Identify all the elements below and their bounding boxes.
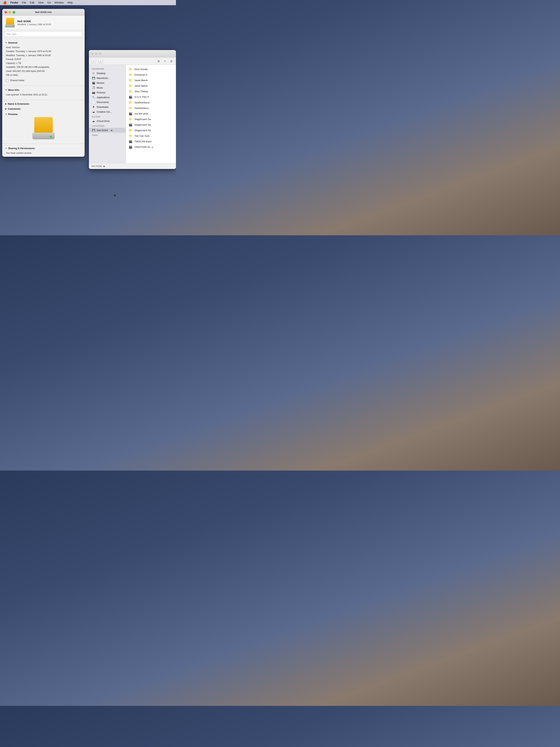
sidebar-item-pictures[interactable]: 📷 Pictures — [89, 90, 126, 95]
folder-icon: 📁 — [129, 73, 133, 77]
help-menu[interactable]: Help — [68, 1, 73, 4]
file-item-twocan-sum[interactable]: 📁 Two Can Sum... — [126, 133, 176, 138]
file-item-janet2[interactable]: 📁 Janet Marsh — [126, 83, 176, 88]
shared-folder-checkbox[interactable] — [6, 79, 8, 82]
sidebar-downloads-label: Downloads — [97, 106, 108, 108]
general-section: ▼ General: Kind: Volume Created: Thursda… — [2, 40, 85, 84]
file-item-sos-film[interactable]: 🎬 S.O.S. Film P. — [126, 94, 176, 100]
preview-label: Preview: — [8, 113, 18, 115]
info-titlebar: Neil SOS6 Info — [2, 9, 85, 16]
back-button[interactable]: ‹ — [91, 59, 96, 63]
eject-icon[interactable]: ⏏ — [111, 129, 113, 132]
used-row2: GB on disk) — [6, 73, 82, 77]
sidebar-item-creative[interactable]: ☁ Creative Clo... — [89, 109, 126, 114]
folder-orange-icon: 📁 — [129, 106, 133, 110]
file-item-viddyoze[interactable]: 🎬 VIDDYOZE-Di...y — [126, 144, 176, 150]
comments-label: Comments: — [8, 107, 21, 110]
sharing-text: You have custom access — [6, 151, 82, 155]
preview-header[interactable]: ▼ Preview: — [5, 113, 82, 115]
downloads-icon: ⬇ — [92, 105, 95, 108]
hdd-icon: 💾 — [92, 76, 95, 80]
column-view-button[interactable]: ⊟ — [169, 59, 174, 63]
general-section-header[interactable]: ▼ General: — [5, 41, 82, 44]
movie-icon: 🎬 — [129, 95, 133, 99]
more-info-section: ▼ More Info: Last opened: 4 December 202… — [2, 87, 85, 98]
preview-drive-icon — [32, 117, 55, 139]
finder-maximize[interactable] — [99, 52, 101, 55]
kind-row: Kind: Volume — [6, 46, 82, 49]
name-extension-header[interactable]: ▶ Name & Extension: — [2, 101, 85, 106]
finder-menu[interactable]: Finder — [10, 1, 18, 4]
movie-icon: 🎬 — [129, 123, 133, 127]
file-item-stagecoach3[interactable]: 📁 Stagecoach Sa — [126, 127, 176, 133]
sidebar-documents-label: Documents — [97, 101, 109, 104]
collapse-icon: ▶ — [5, 108, 7, 110]
file-label: S.O.S. Film P. — [134, 96, 150, 98]
sidebar-music-label: Music — [97, 86, 103, 89]
finder-minimize[interactable] — [95, 52, 98, 55]
folder-icon: 📁 — [129, 67, 133, 71]
sidebar-item-applications[interactable]: 🔧 Applications — [89, 95, 126, 100]
modified-row: Modified: Tuesday, 1 January 1980 at 00:… — [6, 54, 82, 57]
sidebar-item-movies[interactable]: 🎬 Movies — [89, 80, 126, 85]
icon-view-button[interactable]: ⊞ — [156, 59, 161, 63]
triangle-icon: ▼ — [5, 89, 7, 91]
sidebar-item-documents[interactable]: 📄 Documents — [89, 100, 126, 104]
finder-content: Favorites 🖥 Desktop 💾 Macintosh... 🎬 Mov… — [89, 65, 176, 163]
minimize-button[interactable] — [8, 11, 11, 14]
finder-toolbar: ‹ › ⊞ ≡ ⊟ — [89, 57, 176, 65]
file-menu[interactable]: File — [22, 1, 26, 4]
finder-close[interactable] — [91, 52, 94, 55]
sidebar-item-downloads[interactable]: ⬇ Downloads — [89, 104, 126, 109]
list-view-button[interactable]: ≡ — [163, 59, 167, 63]
sharing-section: ▼ Sharing & Permissions: You have custom… — [2, 146, 85, 157]
sidebar-item-neil-sos6[interactable]: 💾 Neil SOS6 ⏏ — [89, 128, 126, 133]
sidebar-item-music[interactable]: 🎵 Music — [89, 85, 126, 90]
sidebar-creative-label: Creative Clo... — [97, 110, 112, 113]
capacity-row: Capacity: 1 TB — [6, 61, 82, 65]
info-header: Neil SOS6 Modified: 1 January 1980 at 00… — [2, 16, 85, 30]
sharing-header[interactable]: ▼ Sharing & Permissions: — [5, 147, 82, 150]
sidebar-item-icloud-drive[interactable]: ☁ iCloud Drive — [89, 119, 126, 123]
menubar: 🍎 Finder File Edit View Go Window Help — [0, 0, 176, 5]
pictures-icon: 📷 — [92, 91, 95, 94]
folder-icon: 📁 — [129, 134, 133, 138]
comments-header[interactable]: ▶ Comments: — [2, 106, 85, 111]
sidebar-item-desktop[interactable]: 🖥 Desktop — [89, 71, 126, 76]
collapse-icon: ▶ — [5, 103, 7, 105]
tags-input[interactable]: Add Tags... — [4, 31, 82, 37]
file-item-twocan-branc[interactable]: 🎬 TWOCAN branc — [126, 138, 176, 144]
traffic-lights — [4, 11, 15, 14]
sidebar-neil-sos6-label: Neil SOS6 — [97, 129, 108, 132]
close-button[interactable] — [4, 11, 7, 14]
window-menu[interactable]: Window — [54, 1, 64, 4]
file-item-stagecoach1[interactable]: 📁 Stagecoach Sa — [126, 117, 176, 122]
forward-button[interactable]: › — [98, 59, 103, 63]
shared-folder-row: Shared folder — [6, 79, 82, 82]
file-item-sos-phot[interactable]: 🎬 sos film phot... — [126, 111, 176, 117]
maximize-button[interactable] — [12, 11, 15, 14]
info-header-text: Neil SOS6 Modified: 1 January 1980 at 00… — [18, 20, 51, 26]
drive-small-icon: 💾 — [92, 129, 95, 132]
file-item-sandisk2[interactable]: 📁 SanDiskSecu. — [126, 105, 176, 111]
edit-menu[interactable]: Edit — [30, 1, 34, 4]
desktop-icon: 🖥 — [92, 72, 95, 75]
file-item-janet1[interactable]: 📁 Janet Marsh — [126, 77, 176, 83]
file-item-elvis[interactable]: 📁 Elvis Sundia — [126, 66, 176, 72]
movies-icon: 🎬 — [92, 81, 95, 84]
apple-menu[interactable]: 🍎 — [3, 1, 7, 4]
eject-icon[interactable]: ⏏ — [103, 165, 105, 168]
sidebar-item-macintosh[interactable]: 💾 Macintosh... — [89, 76, 126, 80]
file-item-stagecoach2[interactable]: 🎬 Stagecoach Sa — [126, 122, 176, 127]
go-menu[interactable]: Go — [47, 1, 51, 4]
file-label: sos film phot... — [134, 112, 150, 115]
more-info-header[interactable]: ▼ More Info: — [5, 88, 82, 91]
view-menu[interactable]: View — [38, 1, 44, 4]
file-item-john[interactable]: 📁 John Thelwa — [126, 88, 176, 94]
file-item-everyman[interactable]: 📁 Everyman A — [126, 72, 176, 77]
applications-icon: 🔧 — [92, 96, 95, 99]
file-item-sandisk1[interactable]: 📁 SanDiskSecur — [126, 100, 176, 105]
available-row: Available: 356.56 GB (50.4 MB purgeable) — [6, 65, 82, 69]
folder-icon: 📁 — [129, 78, 133, 82]
triangle-icon: ▼ — [5, 42, 7, 44]
